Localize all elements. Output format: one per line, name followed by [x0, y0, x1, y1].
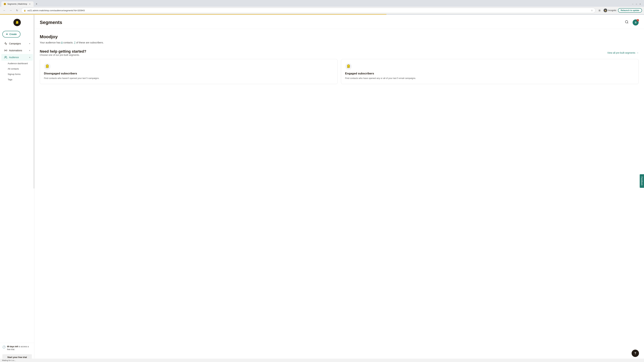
- trial-text: 89 days left to access a free trial.: [7, 345, 32, 351]
- campaigns-icon: [4, 42, 8, 45]
- automations-icon: [4, 49, 8, 52]
- browser-actions: ⊞ 🕵 Incognito Relaunch to update: [597, 8, 642, 13]
- help-title-group: Need help getting started? Choose one of…: [40, 49, 86, 56]
- url-box[interactable]: 🔒 us21.admin.mailchimp.com/audience/segm…: [21, 8, 596, 13]
- segments-grid: Disengaged subscribers Find contacts who…: [40, 59, 639, 84]
- user-avatar-button[interactable]: S 1: [632, 19, 639, 25]
- campaigns-chevron-icon: ▾: [29, 42, 30, 45]
- sidebar-item-tags[interactable]: Tags: [8, 77, 33, 82]
- sidebar-item-signup-forms[interactable]: Signup forms: [8, 71, 33, 77]
- app-layout: ✏ Create Campaigns ▾ Automations ▾: [0, 15, 644, 362]
- clock-icon: 🕐: [2, 346, 6, 349]
- contacts-count-link[interactable]: 8: [61, 41, 62, 44]
- campaigns-label: Campaigns: [9, 42, 28, 45]
- mailchimp-logo[interactable]: [14, 19, 21, 26]
- svg-point-5: [626, 21, 628, 23]
- forward-button[interactable]: →: [8, 8, 13, 13]
- main-body: Moodjoy Your audience has 8 contacts. 7 …: [34, 29, 644, 93]
- feedback-label: Feedback: [641, 177, 643, 186]
- status-bar: Waiting for t.co...: [0, 359, 644, 362]
- active-tab[interactable]: M Segments | Mailchimp ✕: [1, 1, 34, 7]
- sidebar: ✏ Create Campaigns ▾ Automations ▾: [0, 15, 34, 362]
- trial-clock: 🕐 89 days left to access a free trial.: [2, 345, 32, 353]
- automations-chevron-icon: ▾: [29, 49, 30, 52]
- help-section: Need help getting started? Choose one of…: [40, 49, 639, 84]
- status-text: Waiting for t.co...: [2, 359, 16, 361]
- loading-bar: [0, 14, 386, 14]
- engaged-card-icon: [345, 63, 352, 70]
- svg-point-10: [348, 66, 348, 66]
- tab-favicon: M: [4, 3, 6, 5]
- refresh-button[interactable]: ↻: [15, 8, 20, 13]
- trial-days-left: 89 days left: [7, 346, 18, 348]
- audience-icon: [4, 56, 8, 59]
- help-title: Need help getting started?: [40, 49, 86, 54]
- svg-point-1: [16, 22, 17, 22]
- audience-info: Moodjoy Your audience has 8 contacts. 7 …: [40, 34, 639, 44]
- incognito-label: Incognito: [608, 9, 616, 11]
- view-all-label: View all pre-built segments: [607, 51, 635, 54]
- notification-badge: 1: [636, 19, 639, 21]
- view-all-link[interactable]: View all pre-built segments →: [607, 51, 639, 54]
- sidebar-item-audience-dashboard[interactable]: Audience dashboard: [8, 61, 33, 66]
- new-tab-button[interactable]: +: [34, 2, 39, 6]
- search-button[interactable]: [624, 19, 630, 26]
- contacts-suffix: contacts.: [62, 41, 74, 44]
- back-button[interactable]: ←: [2, 8, 7, 13]
- tab-title: Segments | Mailchimp: [8, 3, 27, 5]
- disengaged-card-icon: [44, 63, 51, 70]
- sidebar-item-campaigns[interactable]: Campaigns ▾: [1, 40, 33, 47]
- page-title: Segments: [40, 20, 62, 25]
- search-icon: [625, 21, 628, 24]
- relaunch-button[interactable]: Relaunch to update: [618, 8, 642, 12]
- create-label: Create: [10, 33, 17, 35]
- tab-close-button[interactable]: ✕: [28, 3, 31, 5]
- svg-point-4: [5, 56, 6, 57]
- help-header: Need help getting started? Choose one of…: [40, 49, 639, 56]
- address-bar: ← → ↻ 🔒 us21.admin.mailchimp.com/audienc…: [0, 7, 644, 14]
- disengaged-card-description: Find contacts who haven't opened your la…: [44, 77, 334, 80]
- close-button[interactable]: ✕: [639, 3, 641, 5]
- help-icon: ?: [634, 352, 636, 355]
- pencil-icon: ✏: [6, 33, 8, 35]
- subscribers-count-link[interactable]: 7: [74, 41, 76, 44]
- audience-sub-nav: Audience dashboard All contacts Signup f…: [0, 61, 34, 82]
- view-all-arrow-icon: →: [636, 51, 639, 54]
- minimize-button[interactable]: ─: [632, 3, 634, 5]
- help-fab-button[interactable]: ?: [632, 350, 639, 357]
- svg-point-8: [48, 66, 48, 66]
- tab-bar: M Segments | Mailchimp ✕ + ─ □ ✕: [0, 0, 644, 7]
- ssl-lock-icon: 🔒: [24, 9, 26, 11]
- svg-point-2: [17, 22, 18, 22]
- automations-label: Automations: [9, 49, 28, 52]
- browser-chrome: M Segments | Mailchimp ✕ + ─ □ ✕ ← → ↻ 🔒…: [0, 0, 644, 15]
- audience-name: Moodjoy: [40, 34, 639, 39]
- sidebar-scrollbar: [34, 15, 34, 362]
- segment-card-disengaged[interactable]: Disengaged subscribers Find contacts who…: [40, 59, 338, 84]
- extensions-button[interactable]: ⊞: [597, 8, 602, 13]
- engaged-card-description: Find contacts who have opened any or all…: [345, 77, 634, 80]
- maximize-button[interactable]: □: [635, 3, 638, 5]
- sidebar-item-all-contacts[interactable]: All contacts: [8, 66, 33, 71]
- main-content: Segments S 1 Moodjoy Your audience has: [34, 15, 644, 362]
- sidebar-scroll: ✏ Create Campaigns ▾ Automations ▾: [0, 15, 34, 343]
- create-button[interactable]: ✏ Create: [2, 31, 20, 37]
- incognito-icon: 🕵: [604, 8, 607, 12]
- header-actions: S 1: [624, 19, 639, 26]
- avatar-letter: S: [635, 21, 636, 24]
- subscribers-suffix: of these are subscribers.: [76, 41, 104, 44]
- window-controls: ─ □ ✕: [632, 3, 643, 5]
- url-text: us21.admin.mailchimp.com/audience/segmen…: [27, 9, 590, 12]
- sidebar-item-automations[interactable]: Automations ▾: [1, 47, 33, 54]
- feedback-tab[interactable]: Feedback: [640, 174, 644, 188]
- bookmark-icon[interactable]: ☆: [591, 9, 593, 12]
- main-header: Segments S 1: [34, 15, 644, 29]
- segment-card-engaged[interactable]: Engaged subscribers Find contacts who ha…: [341, 59, 639, 84]
- help-subtitle: Choose one of our pre-built segments.: [40, 54, 86, 56]
- audience-chevron-icon: ▾: [29, 56, 30, 58]
- disengaged-card-title: Disengaged subscribers: [44, 72, 334, 75]
- audience-stats-prefix: Your audience has: [40, 41, 61, 44]
- engaged-card-title: Engaged subscribers: [345, 72, 634, 75]
- audience-description: Your audience has 8 contacts. 7 of these…: [40, 41, 639, 44]
- sidebar-item-audience[interactable]: Audience ▾: [1, 54, 33, 61]
